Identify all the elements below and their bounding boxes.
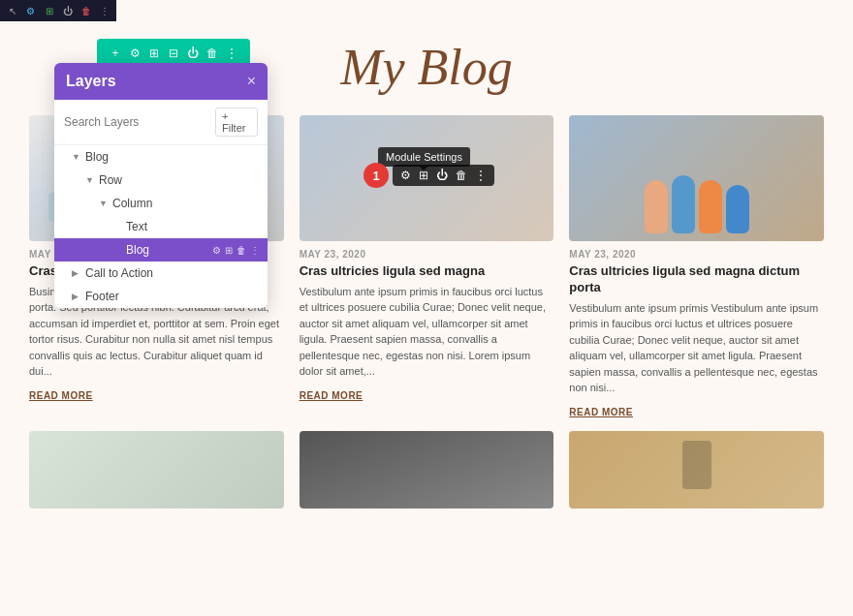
layer-name-row: Row xyxy=(99,173,212,187)
top-toolbar: ↖ ⚙ ⊞ ⏻ 🗑 ⋮ xyxy=(0,0,116,21)
layer-more-footer[interactable]: ⋮ xyxy=(250,292,260,302)
layer-name-blog-inner: Blog xyxy=(126,243,212,257)
layer-copy-text[interactable]: ⊞ xyxy=(225,222,233,232)
blog-date-2: MAY 23, 2020 xyxy=(300,249,554,260)
bottom-image-1 xyxy=(29,431,284,508)
bottom-row xyxy=(29,431,824,508)
layer-copy-row[interactable]: ⊞ xyxy=(225,175,233,186)
layer-more-cta[interactable]: ⋮ xyxy=(250,268,260,279)
module-action-bar: 1 ⚙ ⊞ ⏻ 🗑 ⋮ xyxy=(363,163,494,188)
tool-gear-icon[interactable]: ⚙ xyxy=(24,4,37,17)
layer-more-text[interactable]: ⋮ xyxy=(250,222,260,232)
layer-more-column[interactable]: ⋮ xyxy=(250,199,260,209)
layer-name-text: Text xyxy=(126,220,212,233)
layers-search-bar: + Filter xyxy=(54,100,268,145)
module-action-gear[interactable]: ⚙ xyxy=(400,169,411,182)
expand-arrow-row: ▼ xyxy=(85,175,95,185)
layer-gear-footer[interactable]: ⚙ xyxy=(212,292,221,302)
layer-actions-blog-inner: ⚙ ⊞ 🗑 ⋮ xyxy=(212,245,260,256)
layer-name-blog: Blog xyxy=(85,150,212,164)
layer-item-cta[interactable]: ▶ Call to Action ⚙ ⊞ 🗑 ⋮ xyxy=(54,262,268,285)
layer-item-text[interactable]: ▶ Text ⚙ ⊞ 🗑 ⋮ xyxy=(54,215,268,238)
module-grid-icon[interactable]: ⊟ xyxy=(165,45,182,62)
layer-name-cta: Call to Action xyxy=(85,266,212,280)
tool-more-icon[interactable]: ⋮ xyxy=(98,4,111,17)
layer-delete-blog[interactable]: 🗑 xyxy=(237,152,246,163)
module-action-delete[interactable]: 🗑 xyxy=(456,169,467,182)
module-power-icon[interactable]: ⏻ xyxy=(184,45,202,62)
layer-item-blog-inner[interactable]: ▶ Blog ⚙ ⊞ 🗑 ⋮ xyxy=(54,238,268,262)
layer-copy-cta[interactable]: ⊞ xyxy=(225,268,233,279)
layer-copy-footer[interactable]: ⊞ xyxy=(225,292,233,302)
layer-delete-footer[interactable]: 🗑 xyxy=(237,292,246,302)
layer-gear-row[interactable]: ⚙ xyxy=(212,175,221,186)
tool-arrow-icon[interactable]: ↖ xyxy=(6,4,18,17)
layer-gear-cta[interactable]: ⚙ xyxy=(212,268,221,279)
expand-arrow-column: ▼ xyxy=(99,199,109,208)
module-add-icon[interactable]: + xyxy=(107,45,124,62)
module-action-copy[interactable]: ⊞ xyxy=(419,169,428,182)
module-action-power[interactable]: ⏻ xyxy=(436,169,448,182)
blog-date-3: MAY 23, 2020 xyxy=(569,249,824,260)
filter-button[interactable]: + Filter xyxy=(215,108,258,137)
read-more-2[interactable]: READ MORE xyxy=(300,390,363,401)
layer-delete-text[interactable]: 🗑 xyxy=(237,222,246,232)
layer-copy-blog-inner[interactable]: ⊞ xyxy=(225,245,233,256)
tool-power-icon[interactable]: ⏻ xyxy=(61,4,74,17)
layer-more-blog[interactable]: ⋮ xyxy=(250,152,260,163)
layer-gear-blog-inner[interactable]: ⚙ xyxy=(212,245,221,256)
tool-delete-icon[interactable]: 🗑 xyxy=(79,4,92,17)
layer-item-column[interactable]: ▼ Column ⊞ ⋮ xyxy=(54,192,268,215)
layers-search-input[interactable] xyxy=(64,115,209,129)
read-more-1[interactable]: READ MORE xyxy=(29,390,93,401)
layer-delete-row[interactable]: 🗑 xyxy=(237,175,246,186)
tool-grid-icon[interactable]: ⊞ xyxy=(43,4,55,17)
module-action-more[interactable]: ⋮ xyxy=(475,169,487,182)
layers-header: Layers × xyxy=(54,63,268,100)
tooltip-text: Module Settings xyxy=(386,151,462,163)
layers-panel: Layers × + Filter ▼ Blog ⚙ ⊞ 🗑 ⋮ ▼ Row ⚙… xyxy=(54,63,268,308)
layer-more-blog-inner[interactable]: ⋮ xyxy=(250,245,260,256)
layers-close-button[interactable]: × xyxy=(247,73,256,90)
layer-copy-blog[interactable]: ⊞ xyxy=(225,152,233,163)
module-actions-bar: ⚙ ⊞ ⏻ 🗑 ⋮ xyxy=(393,165,494,186)
blog-card-3: MAY 23, 2020 Cras ultricies ligula sed m… xyxy=(569,115,824,419)
blog-card-title-3: Cras ultricies ligula sed magna dictum p… xyxy=(569,263,824,296)
bottom-image-2 xyxy=(300,431,554,508)
expand-arrow-blog: ▼ xyxy=(72,152,81,162)
layer-gear-text[interactable]: ⚙ xyxy=(212,222,221,232)
card-image-3 xyxy=(569,115,824,241)
layer-name-column: Column xyxy=(112,197,238,210)
blog-card-text-2: Vestibulum ante ipsum primis in faucibus… xyxy=(300,284,554,380)
layer-item-row[interactable]: ▼ Row ⚙ ⊞ 🗑 ⋮ xyxy=(54,169,268,192)
module-trash-icon[interactable]: 🗑 xyxy=(204,45,221,62)
layer-item-blog[interactable]: ▼ Blog ⚙ ⊞ 🗑 ⋮ xyxy=(54,145,268,169)
layer-copy-column[interactable]: ⊞ xyxy=(238,199,246,209)
layer-gear-blog[interactable]: ⚙ xyxy=(212,152,221,163)
bottom-image-3 xyxy=(569,431,824,508)
module-copy-icon[interactable]: ⊞ xyxy=(145,45,163,62)
expand-arrow-footer: ▶ xyxy=(72,292,81,301)
expand-arrow-cta: ▶ xyxy=(72,268,81,278)
layer-item-footer[interactable]: ▶ Footer ⚙ ⊞ 🗑 ⋮ xyxy=(54,285,268,308)
module-gear-icon[interactable]: ⚙ xyxy=(126,45,143,62)
module-number: 1 xyxy=(363,163,389,188)
module-dots-icon[interactable]: ⋮ xyxy=(223,45,240,62)
layer-delete-blog-inner[interactable]: 🗑 xyxy=(237,245,246,256)
layer-more-row[interactable]: ⋮ xyxy=(250,175,260,186)
blog-card-title-2: Cras ultricies ligula sed magna xyxy=(300,263,554,280)
layer-name-footer: Footer xyxy=(85,290,212,303)
blog-card-text-3: Vestibulum ante ipsum primis Vestibulum … xyxy=(569,300,824,396)
read-more-3[interactable]: READ MORE xyxy=(569,407,633,417)
layer-delete-cta[interactable]: 🗑 xyxy=(237,268,246,279)
layers-title: Layers xyxy=(66,73,116,90)
